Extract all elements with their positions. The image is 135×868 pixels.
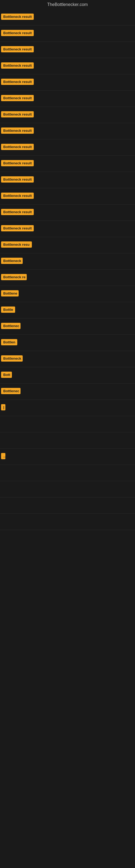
bottleneck-badge[interactable]: Bottle bbox=[1, 307, 15, 313]
bottleneck-badge[interactable]: Bottlenec bbox=[1, 388, 20, 394]
list-item: Bottleneck result bbox=[0, 156, 135, 172]
list-item: Bottleneck result bbox=[0, 26, 135, 42]
list-item: | bbox=[0, 400, 135, 416]
bottleneck-badge[interactable]: Bottlenec bbox=[1, 323, 20, 329]
list-item: Bottleneck result bbox=[0, 221, 135, 237]
list-item: … bbox=[0, 448, 135, 465]
bottleneck-badge[interactable]: Bottleneck result bbox=[1, 62, 34, 69]
list-item: Bottleneck bbox=[0, 351, 135, 367]
list-item: Bottleneck bbox=[0, 253, 135, 270]
bottleneck-badge[interactable]: Bottleneck result bbox=[1, 144, 34, 150]
bottleneck-badge[interactable]: Bottleneck result bbox=[1, 193, 34, 199]
bottleneck-badge[interactable]: Bottleneck result bbox=[1, 209, 34, 215]
bottleneck-badge[interactable]: Bottleneck result bbox=[1, 13, 34, 20]
list-item bbox=[0, 481, 135, 497]
list-item: Bottleneck result bbox=[0, 91, 135, 107]
bottleneck-badge[interactable]: Bottlene bbox=[1, 290, 18, 297]
list-item bbox=[0, 497, 135, 514]
list-item: Bottlene bbox=[0, 286, 135, 302]
list-item: Bottleneck result bbox=[0, 188, 135, 205]
bottleneck-badge[interactable]: Bottleneck result bbox=[1, 79, 34, 85]
list-item: Bottleneck result bbox=[0, 9, 135, 26]
list-item: Bottleneck re bbox=[0, 270, 135, 286]
bottleneck-badge[interactable]: | bbox=[1, 404, 5, 410]
list-item: Bottleneck result bbox=[0, 172, 135, 188]
bottleneck-badge[interactable]: … bbox=[1, 453, 5, 459]
bottleneck-badge[interactable]: Bottleneck result bbox=[1, 111, 34, 118]
list-item bbox=[0, 465, 135, 481]
bottleneck-badge[interactable]: Bott bbox=[1, 372, 12, 378]
bottleneck-badge[interactable]: Bottlen bbox=[1, 339, 17, 345]
bottleneck-badge[interactable]: Bottleneck re bbox=[1, 274, 27, 280]
list-item: Bottlenec bbox=[0, 383, 135, 400]
bottleneck-badge[interactable]: Bottleneck result bbox=[1, 176, 34, 183]
bottleneck-badge[interactable]: Bottleneck result bbox=[1, 46, 34, 52]
bottleneck-badge[interactable]: Bottleneck result bbox=[1, 127, 34, 134]
list-item: Bott bbox=[0, 367, 135, 383]
bottleneck-badge[interactable]: Bottleneck bbox=[1, 355, 23, 362]
site-title: TheBottlenecker.com bbox=[0, 0, 135, 9]
bottleneck-badge[interactable]: Bottleneck result bbox=[1, 225, 34, 231]
bottleneck-badge[interactable]: Bottleneck resu bbox=[1, 241, 32, 248]
bottleneck-badge[interactable]: Bottleneck result bbox=[1, 160, 34, 166]
list-item: Bottleneck result bbox=[0, 42, 135, 58]
list-item: Bottle bbox=[0, 302, 135, 318]
list-item: Bottleneck result bbox=[0, 123, 135, 140]
list-item: Bottlenec bbox=[0, 318, 135, 335]
list-item: Bottleneck resu bbox=[0, 237, 135, 253]
bottleneck-badge[interactable]: Bottleneck result bbox=[1, 30, 34, 36]
list-item bbox=[0, 432, 135, 448]
list-item: Bottleneck result bbox=[0, 74, 135, 91]
list-item: Bottleneck result bbox=[0, 205, 135, 221]
list-item: Bottlen bbox=[0, 335, 135, 351]
list-item: Bottleneck result bbox=[0, 107, 135, 123]
bottleneck-badge[interactable]: Bottleneck result bbox=[1, 95, 34, 101]
list-item: Bottleneck result bbox=[0, 140, 135, 156]
bottleneck-badge[interactable]: Bottleneck bbox=[1, 258, 23, 264]
site-title-text: TheBottlenecker.com bbox=[47, 2, 88, 7]
list-item bbox=[0, 416, 135, 432]
list-item: Bottleneck result bbox=[0, 58, 135, 74]
list-item bbox=[0, 514, 135, 530]
